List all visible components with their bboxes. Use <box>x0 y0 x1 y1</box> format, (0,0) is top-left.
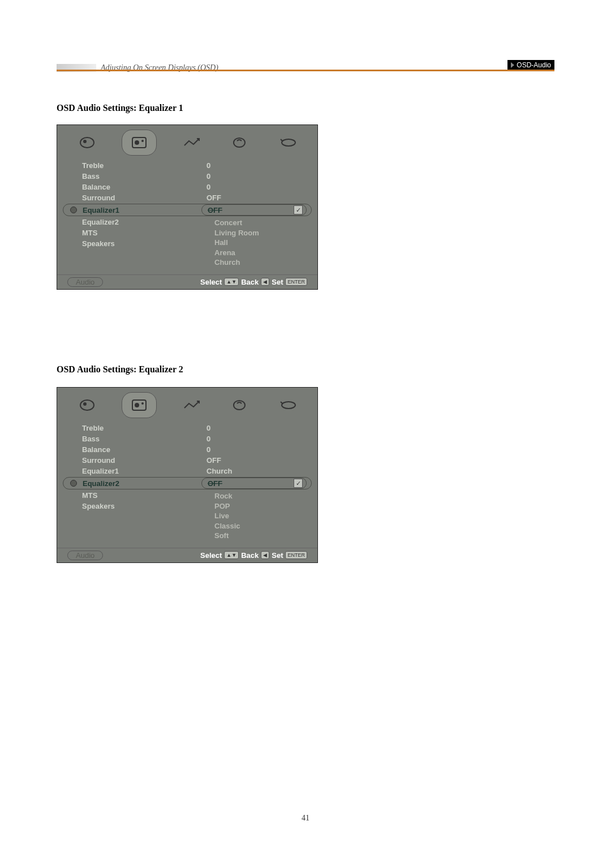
footer-hints: Select ▲▼ Back ◀ Set ENTER <box>103 551 307 560</box>
menu-label: MTS <box>67 229 203 237</box>
menu-label: Surround <box>67 456 206 465</box>
picture-icon[interactable] <box>74 131 101 154</box>
menu-row-treble[interactable]: Treble 0 <box>67 160 307 171</box>
source-icon[interactable] <box>226 131 253 154</box>
equalizer2-dropdown[interactable]: Rock POP Live Classic Soft <box>214 490 240 544</box>
management-icon[interactable] <box>178 394 205 416</box>
value-pill[interactable]: OFF ✓ <box>201 478 307 489</box>
selection-bullet-icon <box>70 207 77 213</box>
dropdown-option[interactable]: Concert <box>214 218 259 228</box>
menu-row-equalizer2-selected[interactable]: Equalizer2 OFF ✓ <box>63 477 312 489</box>
menu-label: Bass <box>67 172 206 181</box>
menu-row-balance[interactable]: Balance 0 <box>67 444 307 455</box>
hint-set: Set <box>272 278 283 286</box>
value-pill[interactable]: OFF ✓ <box>201 204 307 216</box>
menu-row-mts[interactable]: MTS <box>67 490 203 501</box>
menu-label: Treble <box>67 161 206 170</box>
menu-row-equalizer1-selected[interactable]: Equalizer1 OFF ✓ <box>63 204 312 216</box>
menu-label: MTS <box>67 491 203 500</box>
arrow-right-icon <box>511 62 514 68</box>
menu-value: 0 <box>206 172 307 181</box>
source-icon[interactable] <box>226 394 253 416</box>
section2-title: OSD Audio Settings: Equalizer 2 <box>57 364 183 375</box>
menu-row-speakers[interactable]: Speakers <box>67 501 203 512</box>
footer-hints: Select ▲▼ Back ◀ Set ENTER <box>103 278 307 286</box>
osd-footer: Audio Select ▲▼ Back ◀ Set ENTER <box>57 274 317 289</box>
menu-value: 0 <box>206 424 307 432</box>
menu-value: OFF <box>206 456 307 465</box>
menu-row-equalizer2[interactable]: Equalizer2 <box>67 217 203 227</box>
menu-label: Bass <box>67 435 206 443</box>
svg-point-3 <box>135 140 139 145</box>
left-icon: ◀ <box>261 551 269 559</box>
menu-value: OFF <box>206 194 307 202</box>
header-tag-label: OSD-Audio <box>517 61 551 69</box>
selection-bullet-icon <box>70 480 77 487</box>
enter-icon: ENTER <box>285 278 307 286</box>
enter-icon: ENTER <box>285 551 307 559</box>
hint-select: Select <box>200 551 222 560</box>
dropdown-option[interactable]: Soft <box>214 531 240 541</box>
menu-row-surround[interactable]: Surround OFF <box>67 455 307 466</box>
svg-point-1 <box>83 140 87 143</box>
updown-icon: ▲▼ <box>224 278 239 286</box>
dropdown-option[interactable]: Hall <box>214 238 259 248</box>
header-divider <box>57 70 554 71</box>
osd-panel-2: Treble 0 Bass 0 Balance 0 Surround OFF E… <box>57 387 318 563</box>
menu-row-balance[interactable]: Balance 0 <box>67 182 307 192</box>
dropdown-option[interactable]: Arena <box>214 248 259 258</box>
dropdown-option[interactable]: POP <box>214 501 240 512</box>
svg-point-6 <box>282 139 295 146</box>
svg-point-10 <box>135 403 139 407</box>
svg-point-13 <box>282 402 295 409</box>
dropdown-option[interactable]: Living Room <box>214 228 259 238</box>
equalizer1-dropdown[interactable]: Concert Living Room Hall Arena Church <box>214 217 259 271</box>
audio-icon[interactable] <box>122 130 157 156</box>
osd-body: Treble 0 Bass 0 Balance 0 Surround OFF E… <box>57 420 317 548</box>
osd-category: Audio <box>67 277 103 287</box>
management-icon[interactable] <box>178 131 205 154</box>
menu-label: Surround <box>67 194 206 202</box>
svg-point-4 <box>141 140 144 142</box>
menu-row-surround[interactable]: Surround OFF <box>67 192 307 203</box>
hint-set: Set <box>272 551 283 560</box>
dropdown-option[interactable]: Live <box>214 511 240 521</box>
menu-row-treble[interactable]: Treble 0 <box>67 423 307 433</box>
page-number: 41 <box>0 814 611 823</box>
selected-value: OFF <box>204 479 294 488</box>
left-icon: ◀ <box>261 278 269 286</box>
audio-icon[interactable] <box>122 392 157 418</box>
exit-icon[interactable] <box>274 131 301 154</box>
menu-row-equalizer1[interactable]: Equalizer1 Church <box>67 466 307 476</box>
svg-point-11 <box>141 402 144 405</box>
picture-icon[interactable] <box>74 394 101 416</box>
menu-label: Balance <box>67 183 206 191</box>
menu-row-bass[interactable]: Bass 0 <box>67 171 307 182</box>
page: Adjusting On Screen Displays (OSD) OSD-A… <box>0 0 611 868</box>
svg-point-7 <box>80 400 94 410</box>
osd-panel-1: Treble 0 Bass 0 Balance 0 Surround OFF E… <box>57 124 318 290</box>
menu-row-mts[interactable]: MTS <box>67 227 203 238</box>
hint-select: Select <box>200 278 222 286</box>
check-icon: ✓ <box>294 205 303 214</box>
menu-label: Equalizer1 <box>67 467 206 475</box>
menu-row-speakers[interactable]: Speakers <box>67 238 203 249</box>
dropdown-option[interactable]: Classic <box>214 521 240 531</box>
header-tag: OSD-Audio <box>507 60 554 70</box>
selected-value: OFF <box>204 206 294 214</box>
osd-category: Audio <box>67 551 103 560</box>
menu-value: 0 <box>206 435 307 443</box>
exit-icon[interactable] <box>274 394 301 416</box>
dropdown-option[interactable]: Rock <box>214 491 240 501</box>
osd-tabs <box>57 125 317 158</box>
menu-label: Speakers <box>67 502 203 510</box>
menu-row-bass[interactable]: Bass 0 <box>67 433 307 444</box>
section1-title: OSD Audio Settings: Equalizer 1 <box>57 103 183 113</box>
hint-back: Back <box>241 551 259 560</box>
osd-body: Treble 0 Bass 0 Balance 0 Surround OFF E… <box>57 158 317 274</box>
menu-label: Equalizer2 <box>67 218 203 226</box>
dropdown-option[interactable]: Church <box>214 257 259 268</box>
svg-point-8 <box>83 402 87 406</box>
menu-label: Equalizer2 <box>83 479 201 488</box>
menu-label: Balance <box>67 445 206 454</box>
